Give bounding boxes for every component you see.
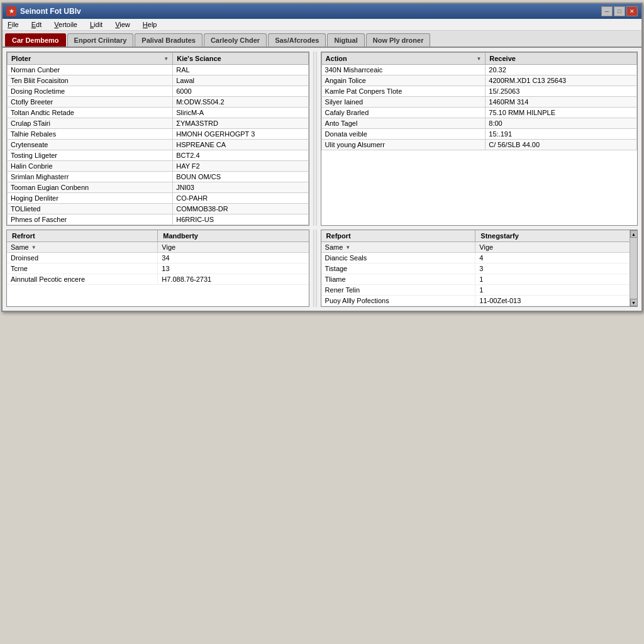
left-cell-col1: Crulap STairi — [8, 118, 173, 129]
left-cell-col2: CO-PAHR — [173, 193, 308, 204]
menu-lidit[interactable]: Lidit — [87, 20, 105, 29]
right-table-row[interactable]: Donata veible15:.191 — [321, 129, 636, 140]
right-col2-header[interactable]: Receive — [486, 53, 637, 65]
vertical-splitter-bottom[interactable] — [313, 230, 317, 307]
br-cell-col2: 3 — [475, 264, 630, 274]
left-table-row[interactable]: TOLlietedCOMMOB38-DR — [8, 204, 309, 214]
left-cell-col1: Norman Cunber — [8, 65, 173, 75]
menu-edt[interactable]: Edt — [29, 20, 45, 29]
left-table-row[interactable]: Talhie RebalesHMONH OGERHOGPT 3 — [8, 129, 309, 140]
menu-help[interactable]: Help — [140, 20, 160, 29]
tab-now-ply[interactable]: Now Ply droner — [366, 33, 431, 47]
bottom-right-sub1[interactable]: Same ▼ — [321, 242, 476, 252]
bottom-right-sort1[interactable]: ▼ — [345, 245, 350, 250]
top-panels: Ploter ▼ Kie's Sciance Norman CunberRALT… — [6, 52, 638, 226]
bottom-left-sub2: Vige — [158, 242, 308, 252]
left-table-row[interactable]: Crulap STairiΣYMA3STRD — [8, 118, 309, 129]
main-content: Ploter ▼ Kie's Sciance Norman CunberRALT… — [3, 48, 641, 311]
br-cell-col1: Puoy Allly Pofections — [321, 296, 476, 306]
left-table-row[interactable]: Ctofly BreeterM:ODW.S504.2 — [8, 97, 309, 108]
bottom-left-sort1[interactable]: ▼ — [31, 245, 36, 250]
left-cell-col2: BCT2.4 — [173, 150, 308, 161]
left-cell-col2: 6000 — [173, 86, 308, 97]
bottom-right-header: Refport Stnegstarfy — [321, 230, 630, 242]
left-col1-sort[interactable]: ▼ — [164, 56, 169, 62]
left-table-row[interactable]: Toltan Andtic RetadeSliricM-A — [8, 108, 309, 118]
bottom-right-row[interactable]: Diancic Seals4 — [321, 253, 630, 264]
left-table-row[interactable]: Tosting LligeterBCT2.4 — [8, 150, 309, 161]
menu-file[interactable]: File — [5, 20, 21, 29]
right-table-row[interactable]: Ulit young AlsumerrC/ 56/SLB 44.00 — [321, 140, 636, 150]
vertical-splitter[interactable] — [313, 52, 317, 226]
right-table-row[interactable]: Silyer Iained1460RM 314 — [321, 97, 636, 108]
right-col1-sort[interactable]: ▼ — [476, 56, 481, 62]
right-cell-col2: 4200RM.XD1 C13 25643 — [486, 75, 637, 86]
bottom-left-subheader: Same ▼ Vige — [7, 242, 309, 253]
right-cell-col1: 340N Misharrceaic — [321, 65, 486, 75]
title-bar-left: ★ Seinont Fot UBlv — [6, 6, 81, 16]
left-cell-col2: H6RRIC-US — [173, 214, 308, 225]
left-table-row[interactable]: Hoging DenliterCO-PAHR — [8, 193, 309, 204]
bottom-left-row[interactable]: Droinsed34 — [7, 253, 309, 264]
left-table-row[interactable]: Srimlan MighasterrBOUN OM/CS — [8, 172, 309, 182]
bottom-left-sub1[interactable]: Same ▼ — [7, 242, 158, 252]
bottom-left-row[interactable]: Ainnutall Pecotic encereH7.088.76-2731 — [7, 274, 309, 285]
left-table: Ploter ▼ Kie's Sciance Norman CunberRALT… — [7, 52, 309, 225]
scroll-up-btn[interactable]: ▲ — [630, 230, 638, 238]
right-table-row[interactable]: Angain Tolice4200RM.XD1 C13 25643 — [321, 75, 636, 86]
bottom-left-panel: Refrort Mandberty Same ▼ Vige Droinsed34… — [6, 230, 309, 307]
bl-cell-col1: Tcrne — [7, 264, 158, 274]
left-table-row[interactable]: CrytenseateHSPREANE CA — [8, 140, 309, 150]
right-cell-col2: 1460RM 314 — [486, 97, 637, 108]
tab-enport[interactable]: Enport Criintary — [67, 33, 134, 47]
tab-nigtual[interactable]: Nigtual — [327, 33, 364, 47]
bottom-left-h2: Mandberty — [158, 230, 308, 242]
left-cell-col2: SliricM-A — [173, 108, 308, 118]
menu-vertoile[interactable]: Vertoile — [52, 20, 80, 29]
scrollbar-vertical[interactable]: ▲ ▼ — [630, 230, 637, 306]
right-table-row[interactable]: Anto Tagel8:00 — [321, 118, 636, 129]
br-cell-col1: Tistage — [321, 264, 476, 274]
left-cell-col1: Tooman Eugian Conbenn — [8, 182, 173, 193]
left-col1-header[interactable]: Ploter ▼ — [8, 53, 173, 65]
right-cell-col1: Silyer Iained — [321, 97, 486, 108]
scroll-down-btn[interactable]: ▼ — [630, 299, 638, 306]
left-cell-col2: RAL — [173, 65, 308, 75]
left-cell-col1: TOLlieted — [8, 204, 173, 214]
tab-palival[interactable]: Palival Bradutes — [135, 33, 203, 47]
br-cell-col1: Tliame — [321, 274, 476, 284]
bottom-right-row[interactable]: Tistage3 — [321, 264, 630, 274]
left-table-row[interactable]: Halin ConbrieHAY F2 — [8, 161, 309, 172]
left-table-row[interactable]: Dosing Rocletime6000 — [8, 86, 309, 97]
bl-cell-col1: Droinsed — [7, 253, 158, 263]
tab-car-dembemo[interactable]: Car Dembemo — [5, 33, 66, 47]
right-table-row[interactable]: Cafaly Brarled75.10 RMM HILNPLE — [321, 108, 636, 118]
left-table-row[interactable]: Tooman Eugian ConbennJNI03 — [8, 182, 309, 193]
maximize-button[interactable]: □ — [614, 6, 625, 16]
left-col2-header[interactable]: Kie's Sciance — [173, 53, 308, 65]
left-cell-col1: Ten Bliit Focaisiton — [8, 75, 173, 86]
bottom-right-row[interactable]: Tliame1 — [321, 274, 630, 285]
left-cell-col1: Srimlan Mighasterr — [8, 172, 173, 182]
tab-carleoly[interactable]: Carleoly Chder — [204, 33, 267, 47]
bottom-right-row[interactable]: Puoy Allly Pofections11-00Zet-013 — [321, 296, 630, 306]
left-table-row[interactable]: Phmes of FascherH6RRIC-US — [8, 214, 309, 225]
br-cell-col2: 4 — [475, 253, 630, 263]
bottom-right-row[interactable]: Rener Telin1 — [321, 285, 630, 296]
bottom-right-subheader: Same ▼ Vige — [321, 242, 630, 253]
right-table-row[interactable]: Kamle Pat Conpers Tlote15/.25063 — [321, 86, 636, 97]
right-cell-col1: Cafaly Brarled — [321, 108, 486, 118]
br-cell-col2: 1 — [475, 285, 630, 295]
menu-view[interactable]: View — [113, 20, 133, 29]
br-cell-col2: 1 — [475, 274, 630, 284]
right-table-row[interactable]: 340N Misharrceaic20.32 — [321, 65, 636, 75]
bottom-left-row[interactable]: Tcrne13 — [7, 264, 309, 274]
right-col1-header[interactable]: Action ▼ — [321, 53, 486, 65]
left-table-row[interactable]: Norman CunberRAL — [8, 65, 309, 75]
minimize-button[interactable]: ─ — [601, 6, 613, 16]
close-button[interactable]: ✕ — [626, 6, 638, 16]
left-cell-col2: HAY F2 — [173, 161, 308, 172]
tab-sas[interactable]: Sas/Afcrodes — [268, 33, 326, 47]
left-cell-col2: ΣYMA3STRD — [173, 118, 308, 129]
left-table-row[interactable]: Ten Bliit FocaisitonLawal — [8, 75, 309, 86]
